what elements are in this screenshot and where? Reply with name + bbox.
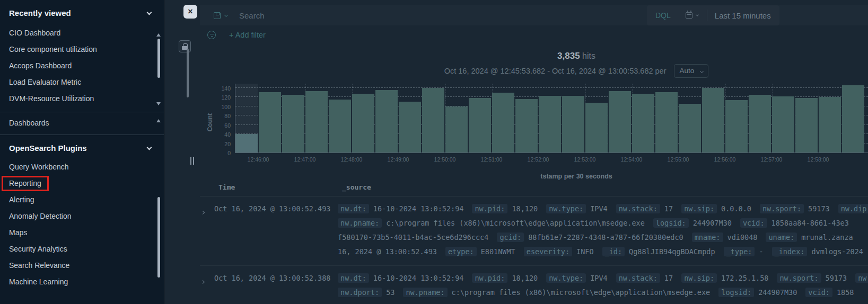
expand-row-button[interactable]: [200, 271, 214, 285]
search-input[interactable]: [239, 11, 441, 20]
sidebar-item-core-component-utilization[interactable]: Core component utilization: [0, 41, 164, 58]
histogram-bar[interactable]: [515, 99, 538, 153]
histogram-bar[interactable]: [609, 91, 631, 153]
source-line: nw.pname:c:\program files (x86)\microsof…: [338, 216, 868, 230]
histogram-bar[interactable]: [842, 85, 864, 153]
histogram-bar[interactable]: [539, 96, 561, 153]
sidebar-item-cio-dashboard[interactable]: CIO Dashboard: [0, 25, 164, 41]
recently-viewed-list: CIO DashboardCore component utilizationA…: [0, 25, 164, 107]
histogram-bar[interactable]: [702, 88, 724, 153]
nav-flyout: Recently viewed CIO DashboardCore compon…: [0, 0, 164, 304]
sidebar-item-query-workbench[interactable]: Query Workbench: [0, 159, 164, 175]
scrollbar-thumb[interactable]: [157, 197, 160, 278]
field-value: 172.25.1.58: [721, 274, 768, 282]
sidebar-item-dvm-resource-utilization[interactable]: DVM-Resource Utilization: [0, 91, 164, 107]
scroll-up-arrow[interactable]: [156, 33, 161, 37]
sidebar-item-alerting[interactable]: Alerting: [0, 192, 164, 208]
sidebar-item-label: Security Analytics: [9, 245, 67, 253]
source-line: nw.dt:16-10-2024 13:0:52:94nw.pid:18,120…: [338, 271, 868, 285]
histogram-bar[interactable]: [282, 95, 304, 153]
table-header: Time _source: [200, 183, 868, 196]
field-value: 18,120: [512, 274, 538, 282]
close-nav-button[interactable]: [183, 5, 197, 19]
pin-nav-button[interactable]: [179, 40, 191, 52]
field-badge: nw.pid:: [472, 273, 507, 283]
sidebar-item-label: Reporting: [2, 176, 49, 191]
sidebar-item-reporting[interactable]: Reporting: [0, 175, 164, 192]
panel-resize-handle[interactable]: [190, 157, 196, 167]
y-axis-tick: 80: [200, 113, 231, 119]
field-badge: eseverity:: [524, 247, 572, 256]
calendar-icon[interactable]: [686, 12, 692, 19]
sidebar-item-accops-dashboard[interactable]: Accops Dashboard: [0, 58, 164, 74]
chevron-right-icon: [201, 211, 205, 214]
histogram-bar[interactable]: [679, 104, 701, 153]
histogram-bar[interactable]: [772, 96, 794, 153]
sidebar-item-security-analytics[interactable]: Security Analytics: [0, 241, 164, 257]
opensearch-plugins-header[interactable]: OpenSearch Plugins: [0, 144, 164, 153]
saved-query-icon[interactable]: [214, 12, 221, 19]
y-axis-tick: 0: [200, 150, 231, 156]
field-badge: nw.dip:: [838, 204, 868, 213]
field-value: -: [759, 247, 763, 256]
histogram-bar[interactable]: [375, 90, 398, 153]
histogram-bar[interactable]: [725, 100, 748, 153]
time-cell: Oct 16, 2024 @ 13:00:52.388: [214, 271, 338, 285]
x-axis-tick: 12:55:00: [660, 156, 696, 163]
add-filter-button[interactable]: + Add filter: [229, 31, 266, 39]
x-axis-tick: 12:49:00: [380, 156, 416, 163]
interval-select[interactable]: Auto: [674, 64, 709, 78]
histogram-bar[interactable]: [585, 103, 608, 153]
histogram-plot-area: [235, 84, 868, 153]
expand-row-button[interactable]: [200, 202, 214, 216]
histogram-bar[interactable]: [305, 91, 328, 153]
field-badge: nw.stack:: [616, 204, 660, 213]
histogram-bar[interactable]: [259, 92, 281, 153]
x-axis-tick: 12:58:00: [800, 156, 836, 163]
y-axis-tick: 140: [200, 85, 231, 92]
histogram-bar[interactable]: [749, 95, 771, 153]
histogram-bar[interactable]: [819, 97, 841, 153]
sidebar-item-dashboards[interactable]: Dashboards: [0, 115, 164, 131]
field-badge: nw.dt:: [338, 204, 369, 213]
histogram-bar[interactable]: [795, 98, 818, 153]
y-axis-tick: 100: [200, 104, 231, 110]
histogram-bar[interactable]: [492, 93, 514, 153]
scrollbar-thumb[interactable]: [157, 39, 160, 78]
source-line: nw.dt:16-10-2024 13:0:52:94nw.pid:18,120…: [338, 202, 868, 216]
histogram-bar[interactable]: [655, 92, 678, 153]
field-value: 244907M30: [758, 288, 797, 297]
results-table: Time _source Oct 16, 2024 @ 13:00:52.493…: [200, 183, 868, 304]
field-badge: etype:: [445, 247, 477, 256]
field-badge: nw.pname:: [403, 288, 447, 297]
divider: [707, 10, 707, 21]
filter-icon[interactable]: [207, 31, 216, 39]
histogram-bar[interactable]: [562, 96, 584, 153]
histogram-bar[interactable]: [422, 88, 444, 153]
field-badge: mname:: [692, 233, 723, 242]
sidebar-item-load-evaluator-metric[interactable]: Load Evaluator Metric: [0, 74, 164, 91]
page-scrollbar-thumb[interactable]: [187, 49, 189, 97]
chevron-down-icon[interactable]: [224, 13, 228, 16]
recently-viewed-header[interactable]: Recently viewed: [0, 8, 164, 17]
sidebar-item-anomaly-detection[interactable]: Anomaly Detection: [0, 208, 164, 225]
field-badge: logsid:: [718, 288, 754, 297]
histogram-bar[interactable]: [329, 100, 351, 153]
sidebar-item-search-relevance[interactable]: Search Relevance: [0, 257, 164, 274]
histogram-bar[interactable]: [469, 98, 491, 153]
incomplete-bucket-overlay: [235, 84, 258, 153]
histogram-bar[interactable]: [445, 106, 468, 153]
sidebar-item-maps[interactable]: Maps: [0, 225, 164, 241]
sidebar-item-machine-learning[interactable]: Machine Learning: [0, 274, 164, 290]
scroll-down-arrow[interactable]: [156, 102, 161, 105]
time-range-button[interactable]: Last 15 minutes: [715, 11, 771, 20]
chevron-down-icon: [147, 10, 152, 15]
dql-button[interactable]: DQL: [655, 11, 671, 20]
histogram-bar[interactable]: [352, 94, 374, 153]
scroll-up-arrow[interactable]: [156, 119, 161, 122]
histogram-bar[interactable]: [632, 94, 654, 153]
field-value: 16, 2024 @ 13:00:52.493: [338, 247, 437, 256]
field-value: 1858aa84-8661-43e3: [771, 219, 849, 227]
histogram-bar[interactable]: [399, 102, 421, 153]
field-badge: nw.sport:: [777, 273, 821, 283]
